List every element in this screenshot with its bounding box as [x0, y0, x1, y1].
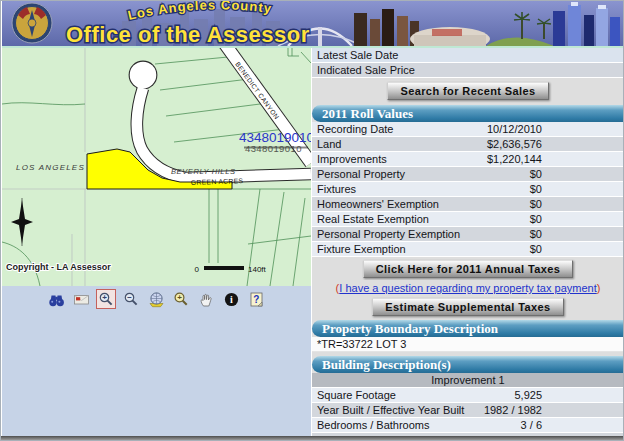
- assessor-window: Los Angeles County Office of the Assesso…: [0, 0, 624, 441]
- roll-values-header: 2011 Roll Values: [312, 105, 624, 122]
- row-value: 10/12/2010: [487, 123, 542, 135]
- tax-question-link-row: (I have a question regarding my property…: [312, 280, 624, 296]
- find-icon[interactable]: [47, 290, 65, 308]
- zoom-to-selected-icon[interactable]: +: [172, 290, 190, 308]
- table-row: Improvements$1,220,144: [312, 152, 624, 167]
- map-toolbar: + − + i ?: [2, 286, 311, 312]
- row-label: Year Built / Effective Year Built: [317, 404, 484, 416]
- svg-text:+: +: [177, 293, 182, 302]
- recent-sales-button-row: Search for Recent Sales: [312, 78, 624, 105]
- row-value: $0: [530, 198, 542, 210]
- table-row: Personal Property$0: [312, 167, 624, 182]
- row-value: $0: [530, 243, 542, 255]
- help-icon[interactable]: ?: [247, 290, 265, 308]
- annual-taxes-button-row: Click Here for 2011 Annual Taxes: [312, 257, 624, 280]
- table-row: Personal Property Exemption$0: [312, 227, 624, 242]
- header-banner: Los Angeles County Office of the Assesso…: [2, 1, 623, 46]
- print-mail-icon[interactable]: [72, 290, 90, 308]
- pan-hand-icon[interactable]: [197, 290, 215, 308]
- map-label-los-angeles: LOS ANGELES: [16, 163, 85, 172]
- parcel-map[interactable]: 4348019010 4348019010 LOS ANGELES BEVERL…: [2, 48, 311, 286]
- row-label: Latest Sale Date: [317, 49, 542, 61]
- county-seal: [12, 3, 52, 43]
- svg-text:i: i: [230, 294, 233, 305]
- row-value: $0: [530, 168, 542, 180]
- row-label: Personal Property: [317, 168, 530, 180]
- row-value: 1982 / 1982: [484, 404, 542, 416]
- svg-text:?: ?: [253, 293, 259, 304]
- property-info-panel: Latest Sale Date Indicated Sale Price Se…: [312, 48, 624, 437]
- map-label-beverly-hills: BEVERLY HILLS: [171, 167, 236, 176]
- estimate-supplemental-taxes-button[interactable]: Estimate Supplemental Taxes: [372, 298, 563, 316]
- row-label: Homeowners' Exemption: [317, 198, 530, 210]
- svg-text:+: +: [102, 293, 107, 302]
- row-value: 5,925: [514, 389, 542, 401]
- paren-close: ): [597, 282, 601, 294]
- map-panel: 4348019010 4348019010 LOS ANGELES BEVERL…: [2, 48, 311, 437]
- window-bottom-edge: [1, 436, 623, 440]
- supplemental-taxes-button-row: Estimate Supplemental Taxes: [312, 296, 624, 320]
- boundary-description-header: Property Boundary Description: [312, 320, 624, 337]
- indicated-sale-price-row: Indicated Sale Price: [312, 63, 624, 78]
- zoom-full-extent-icon[interactable]: [147, 290, 165, 308]
- building-description-header: Building Description(s): [312, 356, 624, 373]
- identify-info-icon[interactable]: i: [222, 290, 240, 308]
- table-row: Real Estate Exemption$0: [312, 212, 624, 227]
- row-value: $2,636,576: [487, 138, 542, 150]
- table-row: Land$2,636,576: [312, 137, 624, 152]
- svg-text:−: −: [127, 293, 132, 302]
- map-copyright: Copyright - LA Assessor: [6, 262, 111, 272]
- row-label: Recording Date: [317, 123, 487, 135]
- tax-question-link[interactable]: I have a question regarding my property …: [339, 282, 596, 294]
- parcel-number-link[interactable]: 4348019010: [239, 130, 311, 145]
- table-row: Year Built / Effective Year Built1982 / …: [312, 403, 624, 418]
- row-value: $1,220,144: [487, 153, 542, 165]
- table-row: Homeowners' Exemption$0: [312, 197, 624, 212]
- row-label: Personal Property Exemption: [317, 228, 530, 240]
- row-label: Bedrooms / Bathrooms: [317, 419, 521, 431]
- svg-text:0: 0: [195, 265, 200, 274]
- row-label: Improvements: [317, 153, 487, 165]
- latest-sale-date-row: Latest Sale Date: [312, 48, 624, 63]
- row-label: Square Footage: [317, 389, 514, 401]
- zoom-out-icon[interactable]: −: [122, 290, 140, 308]
- row-label: Land: [317, 138, 487, 150]
- row-value: $0: [530, 228, 542, 240]
- table-row: Square Footage5,925: [312, 388, 624, 403]
- boundary-description-value: *TR=33722 LOT 3: [312, 337, 624, 352]
- table-row: Bedrooms / Bathrooms3 / 6: [312, 418, 624, 433]
- annual-taxes-button[interactable]: Click Here for 2011 Annual Taxes: [363, 260, 574, 278]
- row-value: $0: [530, 183, 542, 195]
- row-label: Real Estate Exemption: [317, 213, 530, 225]
- search-recent-sales-button[interactable]: Search for Recent Sales: [387, 82, 548, 100]
- page-title: Office of the Assessor: [66, 22, 310, 46]
- row-label: Fixtures: [317, 183, 530, 195]
- row-label: Indicated Sale Price: [317, 64, 542, 76]
- svg-text:140ft: 140ft: [248, 265, 267, 274]
- improvement-header: Improvement 1: [312, 373, 624, 388]
- row-value: 3 / 6: [521, 419, 542, 431]
- table-row: Recording Date10/12/2010: [312, 122, 624, 137]
- row-value: $0: [530, 213, 542, 225]
- row-label: Fixture Exemption: [317, 243, 530, 255]
- table-row: Fixtures$0: [312, 182, 624, 197]
- table-row: Fixture Exemption$0: [312, 242, 624, 257]
- zoom-in-icon[interactable]: +: [97, 290, 115, 308]
